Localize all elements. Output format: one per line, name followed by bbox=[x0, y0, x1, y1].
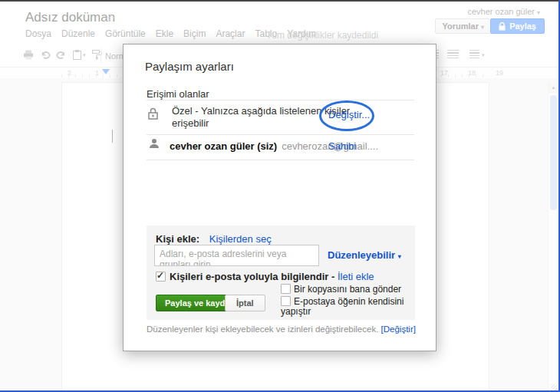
sharing-settings-dialog: Paylaşım ayarları Erişimi olanlar Özel -… bbox=[123, 44, 436, 351]
chevron-down-icon: ▾ bbox=[398, 253, 401, 260]
permission-dropdown[interactable]: Düzenleyebilir ▾ bbox=[328, 249, 401, 261]
email-options: Bir kopyasını bana gönder E-postaya öğen… bbox=[281, 284, 417, 318]
add-people-panel: Kişi ekle: Kişilerden seç Düzenleyebilir… bbox=[147, 226, 415, 320]
invite-people-input[interactable] bbox=[154, 245, 319, 266]
dialog-title: Paylaşım ayarları bbox=[145, 60, 234, 73]
add-message-link[interactable]: İleti ekle bbox=[338, 271, 374, 282]
annotation-ellipse bbox=[319, 100, 374, 131]
choose-contacts-link[interactable]: Kişilerden seç bbox=[209, 233, 272, 245]
send-copy-row: Bir kopyasını bana gönder bbox=[281, 284, 417, 295]
footer-change-link[interactable]: [Değiştir] bbox=[381, 324, 416, 334]
dialog-footer: Düzenleyenler kişi ekleyebilecek ve izin… bbox=[147, 324, 416, 334]
notify-row: Kişileri e-posta yoluyla bilgilendir - İ… bbox=[156, 271, 374, 282]
paste-item-checkbox[interactable] bbox=[281, 296, 291, 306]
google-docs-window: Adsız doküman ☆ Dosya Düzenle Görüntüle … bbox=[0, 0, 560, 392]
cancel-button[interactable]: İptal bbox=[225, 295, 265, 311]
paste-item-row: E-postaya öğenin kendisini yapıştır bbox=[281, 296, 417, 317]
notify-label: Kişileri e-posta yoluyla bilgilendir - bbox=[170, 271, 334, 282]
person-icon bbox=[149, 138, 160, 149]
lock-icon bbox=[148, 107, 158, 120]
add-people-label: Kişi ekle: bbox=[156, 233, 199, 245]
divider bbox=[147, 160, 414, 160]
owner-role-link[interactable]: Sahibi bbox=[328, 140, 356, 152]
divider bbox=[147, 100, 414, 100]
divider bbox=[147, 134, 414, 135]
send-copy-checkbox[interactable] bbox=[281, 284, 291, 294]
access-heading: Erişimi olanlar bbox=[147, 88, 209, 100]
notify-checkbox[interactable] bbox=[156, 272, 166, 282]
add-people-row: Kişi ekle: Kişilerden seç bbox=[156, 233, 272, 245]
